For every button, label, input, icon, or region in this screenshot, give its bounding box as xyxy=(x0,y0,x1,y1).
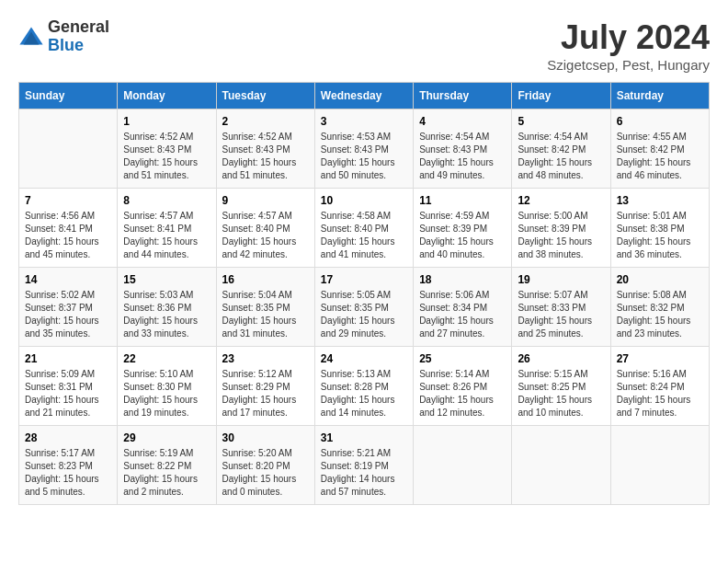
day-number: 3 xyxy=(321,115,407,128)
calendar-cell: 13Sunrise: 5:01 AMSunset: 8:38 PMDayligh… xyxy=(610,189,709,268)
calendar-cell xyxy=(512,426,610,505)
calendar-cell: 21Sunrise: 5:09 AMSunset: 8:31 PMDayligh… xyxy=(19,347,118,426)
day-number: 22 xyxy=(123,352,210,365)
day-number: 25 xyxy=(419,352,506,365)
day-number: 24 xyxy=(321,352,407,365)
calendar-cell: 18Sunrise: 5:06 AMSunset: 8:34 PMDayligh… xyxy=(414,268,512,347)
day-info: Sunrise: 4:57 AMSunset: 8:40 PMDaylight:… xyxy=(222,210,309,261)
calendar-cell: 9Sunrise: 4:57 AMSunset: 8:40 PMDaylight… xyxy=(216,189,314,268)
day-info: Sunrise: 5:00 AMSunset: 8:39 PMDaylight:… xyxy=(518,210,604,261)
calendar-cell: 31Sunrise: 5:21 AMSunset: 8:19 PMDayligh… xyxy=(314,426,413,505)
title-area: July 2024 Szigetcsep, Pest, Hungary xyxy=(547,18,710,73)
column-header-friday: Friday xyxy=(512,83,610,109)
day-info: Sunrise: 5:13 AMSunset: 8:28 PMDaylight:… xyxy=(321,368,407,419)
month-title: July 2024 xyxy=(547,18,710,57)
day-number: 20 xyxy=(617,273,703,286)
calendar-cell: 17Sunrise: 5:05 AMSunset: 8:35 PMDayligh… xyxy=(314,268,413,347)
day-info: Sunrise: 4:59 AMSunset: 8:39 PMDaylight:… xyxy=(419,210,506,261)
calendar-cell: 1Sunrise: 4:52 AMSunset: 8:43 PMDaylight… xyxy=(118,109,216,189)
day-info: Sunrise: 5:08 AMSunset: 8:32 PMDaylight:… xyxy=(617,289,703,340)
calendar-cell: 7Sunrise: 4:56 AMSunset: 8:41 PMDaylight… xyxy=(19,189,118,268)
day-info: Sunrise: 4:54 AMSunset: 8:43 PMDaylight:… xyxy=(419,131,506,182)
page-header: General Blue July 2024 Szigetcsep, Pest,… xyxy=(18,18,710,73)
day-info: Sunrise: 5:16 AMSunset: 8:24 PMDaylight:… xyxy=(617,368,703,419)
day-number: 1 xyxy=(123,115,210,128)
logo-icon xyxy=(18,24,44,50)
calendar-cell: 19Sunrise: 5:07 AMSunset: 8:33 PMDayligh… xyxy=(512,268,610,347)
day-info: Sunrise: 4:58 AMSunset: 8:40 PMDaylight:… xyxy=(321,210,407,261)
logo-blue-text: Blue xyxy=(48,37,109,55)
day-number: 12 xyxy=(518,194,604,207)
calendar-cell xyxy=(610,426,709,505)
calendar-cell: 24Sunrise: 5:13 AMSunset: 8:28 PMDayligh… xyxy=(314,347,413,426)
day-number: 18 xyxy=(419,273,506,286)
day-number: 28 xyxy=(25,431,111,444)
column-header-saturday: Saturday xyxy=(610,83,709,109)
day-info: Sunrise: 5:02 AMSunset: 8:37 PMDaylight:… xyxy=(25,289,111,340)
day-number: 13 xyxy=(617,194,703,207)
day-number: 19 xyxy=(518,273,604,286)
calendar-cell xyxy=(19,109,118,189)
calendar-week-row: 7Sunrise: 4:56 AMSunset: 8:41 PMDaylight… xyxy=(19,189,710,268)
day-info: Sunrise: 5:01 AMSunset: 8:38 PMDaylight:… xyxy=(617,210,703,261)
calendar-cell: 10Sunrise: 4:58 AMSunset: 8:40 PMDayligh… xyxy=(314,189,413,268)
day-number: 6 xyxy=(617,115,703,128)
calendar-cell: 15Sunrise: 5:03 AMSunset: 8:36 PMDayligh… xyxy=(118,268,216,347)
column-header-tuesday: Tuesday xyxy=(216,83,314,109)
day-number: 17 xyxy=(321,273,407,286)
day-info: Sunrise: 5:17 AMSunset: 8:23 PMDaylight:… xyxy=(25,447,111,499)
day-number: 16 xyxy=(222,273,309,286)
day-info: Sunrise: 5:14 AMSunset: 8:26 PMDaylight:… xyxy=(419,368,506,419)
column-header-sunday: Sunday xyxy=(19,83,118,109)
calendar-cell: 11Sunrise: 4:59 AMSunset: 8:39 PMDayligh… xyxy=(414,189,512,268)
day-number: 30 xyxy=(222,431,309,444)
day-info: Sunrise: 5:04 AMSunset: 8:35 PMDaylight:… xyxy=(222,289,309,340)
day-number: 31 xyxy=(321,431,407,444)
calendar-cell: 30Sunrise: 5:20 AMSunset: 8:20 PMDayligh… xyxy=(216,426,314,505)
day-info: Sunrise: 4:52 AMSunset: 8:43 PMDaylight:… xyxy=(222,131,309,182)
day-info: Sunrise: 5:20 AMSunset: 8:20 PMDaylight:… xyxy=(222,447,309,499)
day-info: Sunrise: 4:54 AMSunset: 8:42 PMDaylight:… xyxy=(518,131,604,182)
column-header-thursday: Thursday xyxy=(414,83,512,109)
day-info: Sunrise: 4:57 AMSunset: 8:41 PMDaylight:… xyxy=(123,210,210,261)
calendar-cell: 23Sunrise: 5:12 AMSunset: 8:29 PMDayligh… xyxy=(216,347,314,426)
calendar-header-row: SundayMondayTuesdayWednesdayThursdayFrid… xyxy=(19,83,710,109)
logo-general-text: General xyxy=(48,18,109,37)
day-number: 4 xyxy=(419,115,506,128)
day-info: Sunrise: 5:19 AMSunset: 8:22 PMDaylight:… xyxy=(123,447,210,499)
day-info: Sunrise: 4:56 AMSunset: 8:41 PMDaylight:… xyxy=(25,210,111,261)
day-number: 8 xyxy=(123,194,210,207)
day-info: Sunrise: 5:10 AMSunset: 8:30 PMDaylight:… xyxy=(123,368,210,419)
calendar-cell: 14Sunrise: 5:02 AMSunset: 8:37 PMDayligh… xyxy=(19,268,118,347)
day-number: 15 xyxy=(123,273,210,286)
day-number: 23 xyxy=(222,352,309,365)
day-info: Sunrise: 5:07 AMSunset: 8:33 PMDaylight:… xyxy=(518,289,604,340)
calendar-week-row: 1Sunrise: 4:52 AMSunset: 8:43 PMDaylight… xyxy=(19,109,710,189)
calendar-cell: 4Sunrise: 4:54 AMSunset: 8:43 PMDaylight… xyxy=(414,109,512,189)
calendar-cell xyxy=(414,426,512,505)
calendar-cell: 8Sunrise: 4:57 AMSunset: 8:41 PMDaylight… xyxy=(118,189,216,268)
day-info: Sunrise: 5:21 AMSunset: 8:19 PMDaylight:… xyxy=(321,447,407,499)
day-info: Sunrise: 5:06 AMSunset: 8:34 PMDaylight:… xyxy=(419,289,506,340)
calendar-cell: 25Sunrise: 5:14 AMSunset: 8:26 PMDayligh… xyxy=(414,347,512,426)
calendar-cell: 2Sunrise: 4:52 AMSunset: 8:43 PMDaylight… xyxy=(216,109,314,189)
calendar-cell: 22Sunrise: 5:10 AMSunset: 8:30 PMDayligh… xyxy=(118,347,216,426)
day-number: 21 xyxy=(25,352,111,365)
day-number: 26 xyxy=(518,352,604,365)
day-number: 2 xyxy=(222,115,309,128)
calendar-cell: 6Sunrise: 4:55 AMSunset: 8:42 PMDaylight… xyxy=(610,109,709,189)
day-number: 9 xyxy=(222,194,309,207)
day-info: Sunrise: 5:05 AMSunset: 8:35 PMDaylight:… xyxy=(321,289,407,340)
calendar-week-row: 14Sunrise: 5:02 AMSunset: 8:37 PMDayligh… xyxy=(19,268,710,347)
calendar-cell: 20Sunrise: 5:08 AMSunset: 8:32 PMDayligh… xyxy=(610,268,709,347)
day-info: Sunrise: 4:53 AMSunset: 8:43 PMDaylight:… xyxy=(321,131,407,182)
day-info: Sunrise: 4:55 AMSunset: 8:42 PMDaylight:… xyxy=(617,131,703,182)
calendar-cell: 3Sunrise: 4:53 AMSunset: 8:43 PMDaylight… xyxy=(314,109,413,189)
day-info: Sunrise: 5:09 AMSunset: 8:31 PMDaylight:… xyxy=(25,368,111,419)
day-info: Sunrise: 5:03 AMSunset: 8:36 PMDaylight:… xyxy=(123,289,210,340)
day-info: Sunrise: 5:15 AMSunset: 8:25 PMDaylight:… xyxy=(518,368,604,419)
day-number: 11 xyxy=(419,194,506,207)
calendar-week-row: 21Sunrise: 5:09 AMSunset: 8:31 PMDayligh… xyxy=(19,347,710,426)
location-text: Szigetcsep, Pest, Hungary xyxy=(547,57,710,73)
logo-text: General Blue xyxy=(48,18,109,55)
